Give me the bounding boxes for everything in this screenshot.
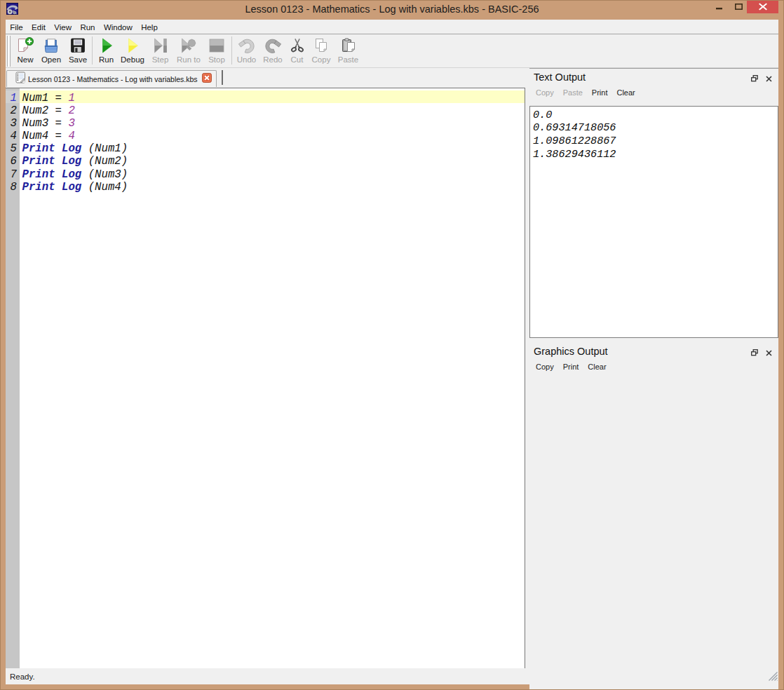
toolbar-button-label: Save [69,55,87,64]
line-number-text: 8 [11,181,17,194]
code-segment-plain: Num3 = [22,117,69,130]
run-to-icon [180,36,198,55]
menu-edit[interactable]: Edit [27,20,50,34]
code-segment-keyword: Print Log [22,181,88,194]
redo-icon [264,36,282,55]
output-line: 0.0 [530,109,778,122]
line-number-text: 1 [11,92,17,104]
toolbar-button-label: Cut [291,55,304,64]
run-to-button: Run to [175,34,203,69]
close-panel-icon[interactable] [766,72,772,85]
text-output-paste-button: Paste [563,88,583,97]
code-area[interactable]: Num1 = 1Num2 = 2Num3 = 3Num4 = 4Print Lo… [20,88,525,668]
step-icon [151,36,170,55]
text-output-titlebar: Text Output [529,69,778,85]
document-icon [15,72,26,86]
code-line[interactable]: Print Log (Num4) [20,180,525,192]
close-button[interactable] [747,0,778,13]
menu-run[interactable]: Run [76,20,99,34]
code-segment-plain: Num4 = [22,130,69,142]
maximize-button[interactable] [730,0,748,14]
code-line[interactable]: Print Log (Num2) [20,154,525,167]
central-area: Lesson 0123 - Mathematics - Log with var… [6,68,778,668]
code-segment-number: 3 [68,117,74,130]
copy-icon [312,36,330,55]
code-line[interactable]: Print Log (Num1) [20,142,525,154]
run-button[interactable]: Run [93,34,119,69]
code-line[interactable]: Print Log (Num3) [20,167,525,180]
line-number: 7 [6,167,20,180]
code-segment-plain: (Num4) [88,181,128,194]
graphics-output-clear-button[interactable]: Clear [588,363,606,371]
text-output-toolbar: Copy Paste Print Clear [529,85,778,100]
line-number-text: 4 [11,130,17,142]
paste-icon [339,36,358,55]
graphics-output-copy-button[interactable]: Copy [536,363,554,371]
statusbar: Ready. [6,668,778,684]
save-button[interactable]: Save [65,34,91,69]
float-panel-icon[interactable] [751,346,758,359]
minimize-button[interactable] [710,0,729,14]
dock-buttons [751,72,772,85]
toolbar-button-label: Redo [263,55,283,64]
code-segment-plain: Num1 = [22,92,69,104]
line-number-text: 7 [11,168,17,181]
tab-label: Lesson 0123 - Mathematics - Log with var… [28,75,198,83]
toolbar-drag-handle[interactable] [7,36,11,67]
resize-grip-icon[interactable] [768,671,778,684]
new-icon [16,36,34,55]
cut-button: Cut [285,34,309,69]
debug-button[interactable]: Debug [119,34,146,69]
new-button[interactable]: New [13,34,38,69]
code-segment-plain: (Num3) [88,168,128,181]
tab-current-file[interactable]: Lesson 0123 - Mathematics - Log with var… [6,70,217,87]
float-panel-icon[interactable] [751,72,758,85]
line-number: 3 [6,116,20,128]
text-output-title: Text Output [534,72,586,83]
cut-icon [288,36,306,55]
line-number-text: 3 [11,117,17,130]
toolbar-button-label: Stop [208,55,225,64]
code-segment-number: 1 [68,92,74,104]
text-output-copy-button: Copy [536,88,554,97]
code-line[interactable]: Num1 = 1 [20,90,525,103]
menu-window[interactable]: Window [100,20,137,34]
menu-file[interactable]: File [6,20,27,34]
toolbar-button-label: Open [41,55,61,64]
open-button[interactable]: Open [38,34,65,69]
code-line[interactable]: Num3 = 3 [20,116,525,128]
graphics-output-toolbar: Copy Print Clear [529,359,778,374]
line-number-text: 2 [11,104,17,117]
copy-button: Copy [309,34,334,69]
graphics-output-panel: Graphics Output Copy Print Clear [529,343,778,669]
code-segment-plain: Num2 = [22,104,69,117]
paste-button: Paste [334,34,363,69]
output-line: 1.38629436112 [530,148,778,161]
redo-button: Redo [260,34,285,69]
text-output-panel: Text Output Copy Paste Print Clear 0.0 0… [529,69,778,100]
code-line[interactable]: Num4 = 4 [20,129,525,142]
tab-close-icon[interactable] [202,73,212,86]
graphics-output-print-button[interactable]: Print [563,363,579,371]
code-line[interactable]: Num2 = 2 [20,103,525,116]
code-segment-keyword: Print Log [22,142,88,155]
output-line: 0.69314718056 [530,121,778,135]
toolbar-button-label: Run to [177,55,201,64]
output-line: 1.09861228867 [530,135,778,148]
toolbar-button-label: Debug [121,55,144,64]
dock-splitter[interactable] [529,338,778,343]
text-output-area[interactable]: 0.0 0.69314718056 1.09861228867 1.386294… [529,106,778,338]
menu-help[interactable]: Help [137,20,162,34]
text-output-print-button[interactable]: Print [592,88,608,97]
toolbar-button-label: Step [152,55,169,64]
menu-view[interactable]: View [50,20,76,34]
code-segment-keyword: Print Log [22,168,88,181]
line-number: 6 [6,154,20,167]
code-editor[interactable]: 12345678 Num1 = 1Num2 = 2Num3 = 3Num4 = … [6,88,525,669]
tab-separator [222,70,223,85]
toolbar: New Open Save Run Debug Step Run to [6,34,778,68]
text-output-clear-button[interactable]: Clear [616,88,635,97]
close-panel-icon[interactable] [766,346,772,359]
line-number: 5 [6,142,20,154]
toolbar-button-label: Copy [312,55,331,64]
